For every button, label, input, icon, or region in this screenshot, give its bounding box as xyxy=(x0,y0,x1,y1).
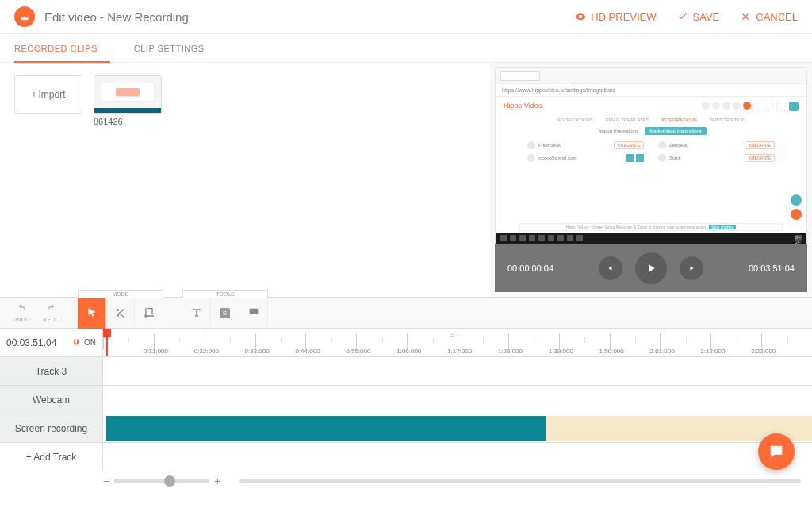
add-track-button[interactable]: + Add Track xyxy=(0,443,103,471)
scissors-icon xyxy=(114,306,127,319)
text-icon xyxy=(190,306,203,319)
svg-point-1 xyxy=(25,17,27,18)
page-title: Edit video - New Recording xyxy=(44,10,575,24)
zoom-slider[interactable] xyxy=(114,479,209,483)
chat-icon xyxy=(768,443,785,460)
track-content-webcam[interactable] xyxy=(103,386,812,414)
clip-item[interactable]: 861426 xyxy=(94,75,162,126)
callout-tool[interactable] xyxy=(239,297,268,329)
subtitle-icon: S xyxy=(220,308,230,318)
callout-icon xyxy=(247,306,260,319)
plus-icon: + xyxy=(31,89,36,100)
playhead[interactable] xyxy=(106,329,108,356)
select-tool[interactable] xyxy=(78,297,106,329)
current-time: 00:00:00:04 xyxy=(508,264,553,273)
preview-canvas: https://www.hippovideo.io/settings/integ… xyxy=(495,67,807,244)
crop-tool[interactable] xyxy=(135,297,163,329)
track-content-3[interactable] xyxy=(103,357,812,385)
magnet-icon xyxy=(71,338,81,348)
chat-fab[interactable] xyxy=(758,433,795,470)
import-button[interactable]: + Import xyxy=(14,75,82,114)
step-forward-icon xyxy=(687,264,696,273)
hd-preview-button[interactable]: HD PREVIEW xyxy=(575,11,656,23)
play-icon xyxy=(645,262,657,275)
next-frame-button[interactable] xyxy=(680,256,703,280)
tab-recorded-clips[interactable]: RECORDED CLIPS xyxy=(14,34,110,63)
track-label-screen[interactable]: Screen recording xyxy=(0,414,103,442)
undo-icon xyxy=(15,303,28,314)
timeline-timecode: 00:03:51:04 xyxy=(6,337,56,348)
prev-frame-button[interactable] xyxy=(599,256,622,280)
svg-point-0 xyxy=(22,17,24,18)
text-tool[interactable] xyxy=(182,297,211,329)
subtitle-tool[interactable]: S xyxy=(211,297,239,329)
preview-pane: https://www.hippovideo.io/settings/integ… xyxy=(490,63,812,297)
cut-tool[interactable] xyxy=(106,297,135,329)
save-button[interactable]: SAVE xyxy=(677,11,720,23)
crop-icon xyxy=(143,306,155,319)
app-logo xyxy=(14,6,35,27)
close-icon xyxy=(740,11,751,22)
redo-icon xyxy=(45,303,58,314)
snap-toggle[interactable]: ON xyxy=(71,338,96,348)
screen-clip-segment-1[interactable] xyxy=(106,416,546,441)
tab-clip-settings[interactable]: CLIP SETTINGS xyxy=(134,34,217,62)
undo-button[interactable]: UNDO xyxy=(6,303,36,322)
track-label-3[interactable]: Track 3 xyxy=(0,357,103,385)
clip-thumbnail xyxy=(94,75,162,114)
track-label-webcam[interactable]: Webcam xyxy=(0,386,103,414)
preview-controls: 00:00:00:04 00:03:51:04 xyxy=(495,244,807,292)
clips-area: + Import 861426 xyxy=(0,63,490,297)
clip-label: 861426 xyxy=(94,117,162,126)
zoom-out-button[interactable]: − xyxy=(103,475,109,487)
redo-button[interactable]: REDO xyxy=(36,303,67,322)
check-icon xyxy=(677,11,688,22)
timeline-scrollbar[interactable] xyxy=(239,479,801,483)
track-content-screen[interactable] xyxy=(103,414,812,442)
pointer-icon xyxy=(86,306,98,319)
zoom-in-button[interactable]: + xyxy=(214,475,220,487)
step-back-icon xyxy=(606,264,615,273)
eye-icon xyxy=(575,11,586,22)
timeline-ruler[interactable]: ≡ 0000:11:0000:22:0000:33:0000:44:0000:5… xyxy=(103,329,812,356)
total-time: 00:03:51:04 xyxy=(749,264,795,273)
cancel-button[interactable]: CANCEL xyxy=(740,11,798,23)
play-button[interactable] xyxy=(635,252,667,284)
